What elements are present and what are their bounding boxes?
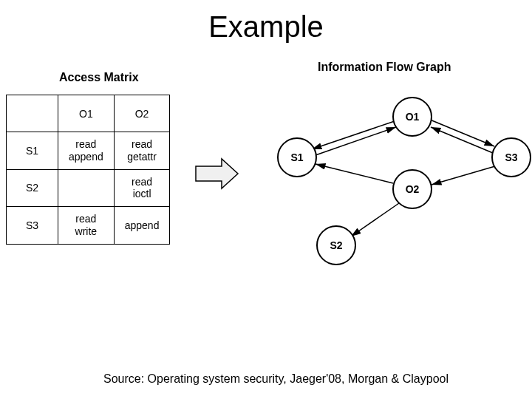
- node-s2: S2: [317, 226, 355, 265]
- matrix-cell-s3-o2: append: [114, 207, 170, 245]
- graph-title: Information Flow Graph: [318, 61, 451, 74]
- node-o1: O1: [393, 98, 432, 136]
- matrix-row-s2: S2: [7, 169, 58, 207]
- matrix-col-o1: O1: [58, 95, 115, 132]
- svg-text:O2: O2: [406, 183, 420, 195]
- matrix-cell-s2-o1: [58, 169, 115, 207]
- matrix-cell-s1-o2: read getattr: [114, 132, 170, 170]
- svg-text:S2: S2: [330, 239, 342, 251]
- svg-text:S3: S3: [505, 151, 517, 163]
- svg-line-4: [316, 164, 393, 183]
- access-matrix-table: O1 O2 S1 read append read getattr S2 rea…: [6, 95, 170, 245]
- slide-title: Example: [0, 10, 532, 44]
- matrix-row-s3: S3: [7, 207, 58, 245]
- svg-line-5: [432, 166, 495, 185]
- matrix-col-o2: O2: [114, 95, 170, 132]
- svg-text:O1: O1: [406, 111, 420, 123]
- matrix-title: Access Matrix: [59, 71, 139, 84]
- matrix-cell-s3-o1: read write: [58, 207, 115, 245]
- node-o2: O2: [393, 170, 432, 208]
- svg-line-3: [431, 127, 493, 153]
- matrix-cell-s2-o2: read ioctl: [114, 169, 170, 207]
- svg-line-0: [312, 121, 395, 149]
- node-s1: S1: [278, 138, 316, 177]
- svg-line-6: [351, 203, 399, 236]
- matrix-row-s1: S1: [7, 132, 58, 170]
- node-s3: S3: [492, 138, 531, 177]
- matrix-cell-s1-o1: read append: [58, 132, 115, 170]
- information-flow-graph: S1 O1 O2 S3 S2: [244, 81, 532, 273]
- svg-line-1: [316, 127, 396, 155]
- source-citation: Source: Operating system security, Jaege…: [103, 372, 449, 386]
- arrow-icon: [192, 155, 244, 192]
- svg-text:S1: S1: [290, 151, 303, 163]
- matrix-corner: [7, 95, 58, 132]
- svg-line-2: [430, 120, 494, 146]
